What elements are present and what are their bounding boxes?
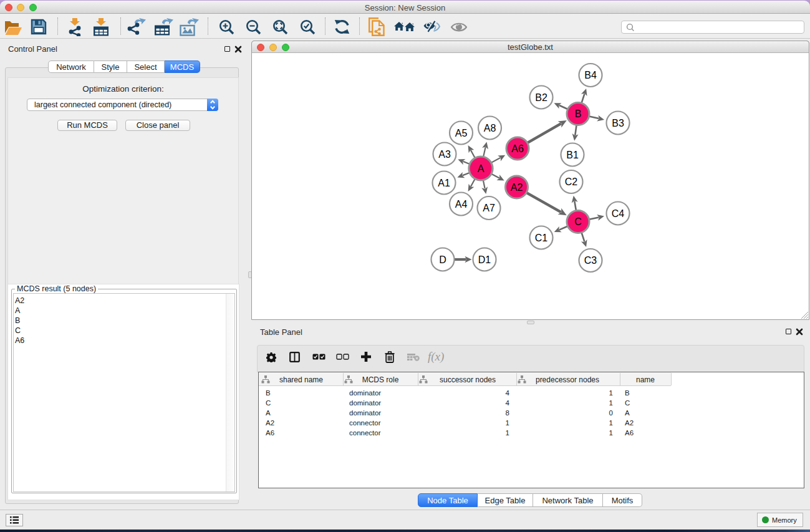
svg-text:D: D [439, 254, 446, 265]
svg-text:B2: B2 [535, 92, 547, 103]
svg-text:B1: B1 [566, 150, 579, 160]
svg-text:A2: A2 [511, 182, 523, 193]
svg-text:B3: B3 [612, 118, 624, 128]
svg-text:A3: A3 [438, 149, 451, 160]
svg-text:C4: C4 [612, 208, 625, 219]
svg-text:A5: A5 [455, 128, 468, 138]
svg-text:B4: B4 [584, 70, 597, 80]
svg-text:A6: A6 [511, 143, 524, 154]
svg-text:B: B [575, 109, 582, 119]
svg-text:C2: C2 [565, 177, 578, 187]
svg-text:A7: A7 [483, 203, 495, 213]
svg-text:A: A [478, 163, 485, 174]
svg-text:D1: D1 [478, 254, 491, 265]
svg-text:A4: A4 [455, 199, 468, 210]
svg-text:A8: A8 [484, 123, 496, 133]
svg-text:A1: A1 [438, 178, 450, 188]
svg-text:C1: C1 [535, 233, 548, 243]
svg-text:C3: C3 [584, 255, 597, 266]
svg-text:C: C [574, 216, 582, 227]
